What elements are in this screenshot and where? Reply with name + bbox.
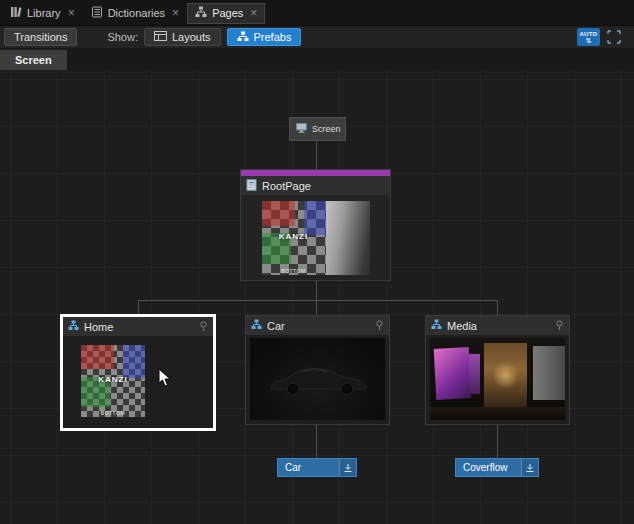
node-media-label: Media xyxy=(447,320,477,332)
transitions-label: Transitions xyxy=(14,31,67,43)
screen-view-tab[interactable]: Screen xyxy=(0,50,67,70)
kanzi-label: KANZI xyxy=(81,375,145,384)
prefab-icon xyxy=(431,319,442,332)
car-silhouette xyxy=(263,361,373,397)
state-button-car[interactable]: Car xyxy=(277,458,357,477)
library-icon xyxy=(10,6,22,20)
media-glow xyxy=(492,361,519,389)
pages-toolbar: Transitions Show: Layouts Prefabs AUTO ⇅ xyxy=(0,25,634,48)
media-wall xyxy=(533,346,565,400)
connector-screen-rootpage xyxy=(316,141,317,169)
car-header: Car xyxy=(246,316,389,335)
media-thumbnail xyxy=(430,338,565,420)
tab-dictionaries[interactable]: Dictionaries × xyxy=(83,3,187,24)
connector-rootpage-down xyxy=(316,281,317,301)
node-rootpage[interactable]: RootPage KANZI BOTTOM xyxy=(240,169,391,281)
transitions-button[interactable]: Transitions xyxy=(4,28,77,46)
pages-panel: Library × Dictionaries × Pages × Transit… xyxy=(0,0,634,524)
prefabs-icon xyxy=(237,31,249,44)
screen-view-tab-label: Screen xyxy=(15,54,52,66)
state-button-coverflow[interactable]: Coverflow xyxy=(455,458,539,477)
close-icon[interactable]: × xyxy=(250,7,257,19)
state-button-coverflow-label: Coverflow xyxy=(463,462,521,473)
node-rootpage-label: RootPage xyxy=(262,180,311,192)
thumb-blue-overlay xyxy=(304,201,326,235)
media-floor xyxy=(430,407,565,420)
thumb-blue-overlay xyxy=(123,345,145,378)
layouts-toggle[interactable]: Layouts xyxy=(144,28,221,46)
layouts-label: Layouts xyxy=(172,31,211,43)
page-graph-canvas[interactable]: Screen RootPage KANZI BOTTOM xyxy=(0,70,634,524)
bottom-label: BOTTOM xyxy=(262,268,326,274)
node-home[interactable]: Home KANZI BOTTOM xyxy=(60,314,216,431)
media-thumbnail-area xyxy=(426,335,569,424)
fit-to-view-button[interactable] xyxy=(604,28,624,46)
tab-library[interactable]: Library × xyxy=(2,3,83,24)
node-screen[interactable]: Screen xyxy=(289,117,346,141)
home-thumbnail-area: KANZI BOTTOM xyxy=(63,336,213,428)
close-icon[interactable]: × xyxy=(68,7,75,19)
toolbar-right-group: AUTO ⇅ xyxy=(577,28,630,46)
rootpage-header: RootPage xyxy=(241,176,390,195)
media-header: Media xyxy=(426,316,569,335)
state-button-car-label: Car xyxy=(285,462,339,473)
auto-arrows-icon: ⇅ xyxy=(586,37,592,44)
thumb-red-overlay xyxy=(81,345,114,369)
connector-media-stub xyxy=(497,300,498,315)
connector-horizontal xyxy=(138,300,498,301)
home-kanzi-thumb: KANZI BOTTOM xyxy=(81,345,145,417)
tab-label: Pages xyxy=(212,7,243,19)
media-coverart-left xyxy=(434,347,472,400)
tab-label: Dictionaries xyxy=(108,7,165,19)
car-thumbnail xyxy=(250,338,385,420)
rootpage-thumbnail: KANZI BOTTOM xyxy=(262,201,370,275)
layouts-icon xyxy=(154,31,167,43)
thumb-red-overlay xyxy=(262,201,295,226)
node-car-label: Car xyxy=(267,320,285,332)
tab-label: Library xyxy=(27,7,61,19)
thumb-gradient-panel xyxy=(326,201,370,275)
prefab-icon xyxy=(251,319,262,332)
apply-state-icon xyxy=(521,459,538,476)
node-car[interactable]: Car xyxy=(245,315,390,425)
bottom-label: BOTTOM xyxy=(81,410,145,416)
dictionaries-icon xyxy=(91,6,103,20)
media-coverart-left2 xyxy=(469,354,480,393)
home-header: Home xyxy=(63,317,213,336)
pages-icon xyxy=(195,6,207,20)
close-icon[interactable]: × xyxy=(172,7,179,19)
kanzi-label: KANZI xyxy=(262,232,326,241)
prefabs-toggle[interactable]: Prefabs xyxy=(227,28,302,46)
pin-icon[interactable] xyxy=(555,320,564,331)
show-label: Show: xyxy=(107,31,138,43)
pin-icon[interactable] xyxy=(375,320,384,331)
view-strip: Screen xyxy=(0,48,634,70)
page-icon xyxy=(246,179,257,193)
rootpage-thumbnail-area: KANZI BOTTOM xyxy=(241,195,390,280)
apply-state-icon xyxy=(339,459,356,476)
auto-arrange-button[interactable]: AUTO ⇅ xyxy=(577,28,600,46)
prefabs-label: Prefabs xyxy=(254,31,292,43)
connector-home-stub xyxy=(138,300,139,314)
node-home-label: Home xyxy=(84,321,113,333)
car-thumbnail-area xyxy=(246,335,389,424)
connector-car-button xyxy=(316,425,317,458)
panel-tab-bar: Library × Dictionaries × Pages × xyxy=(0,0,634,25)
pin-icon[interactable] xyxy=(199,321,208,332)
connector-coverflow-button xyxy=(497,425,498,458)
tab-pages[interactable]: Pages × xyxy=(187,3,265,24)
kanzi-checker-thumb: KANZI BOTTOM xyxy=(262,201,326,275)
monitor-icon xyxy=(296,123,307,135)
prefab-icon xyxy=(68,320,79,333)
fit-to-view-icon xyxy=(607,30,621,44)
node-media[interactable]: Media xyxy=(425,315,570,425)
connector-car-stub xyxy=(316,300,317,315)
node-screen-label: Screen xyxy=(312,124,341,134)
